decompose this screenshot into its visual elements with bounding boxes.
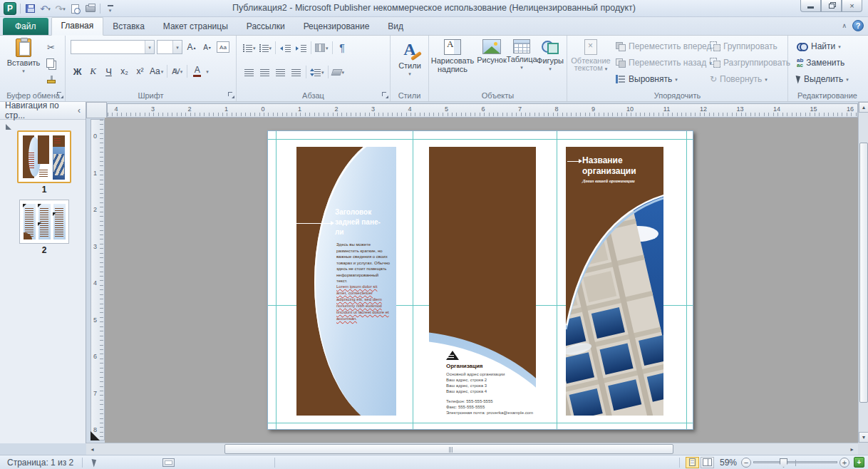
table-button[interactable]: Таблица ▾ [506, 39, 537, 70]
back-panel-body-text[interactable]: Здесь вы можете разместить краткие, но в… [336, 242, 391, 284]
tab-view[interactable]: Вид [378, 19, 413, 35]
columns-button[interactable]: ▾ [314, 41, 329, 55]
increase-indent-button[interactable] [294, 41, 308, 55]
scroll-right-button[interactable]: ▸ [847, 444, 857, 455]
replace-button[interactable]: abacЗаменить [797, 58, 844, 68]
cut-button[interactable]: ✂ [44, 40, 58, 54]
tab-page-design[interactable]: Макет страницы [154, 19, 237, 35]
organization-name[interactable]: Название организации [582, 155, 636, 177]
line-spacing-button[interactable]: ▾ [309, 65, 325, 79]
clipboard-dialog-launcher[interactable] [56, 91, 64, 99]
brochure-contact-panel[interactable]: Организация Основной адрес организации В… [429, 147, 536, 416]
change-case-button[interactable]: Aa▾ [149, 64, 164, 78]
tab-review[interactable]: Рецензирование [294, 19, 379, 35]
collapse-ribbon-icon[interactable]: ∧ [842, 22, 847, 29]
align-right-button[interactable] [274, 65, 287, 79]
vertical-ruler[interactable]: 012345678 [91, 119, 105, 440]
picture-button[interactable]: Рисунок [475, 39, 509, 64]
close-button[interactable]: × [842, 0, 862, 12]
tab-home[interactable]: Главная [51, 17, 104, 36]
address-line-3[interactable]: Ваш адрес, строка 3 [446, 383, 487, 389]
page-thumbnail-2[interactable] [19, 200, 69, 244]
clear-formatting-button[interactable]: Aa [216, 40, 230, 54]
brochure-back-panel[interactable]: Заголовок задней пане- ли Здесь вы может… [296, 147, 396, 416]
zoom-slider-thumb[interactable] [780, 458, 787, 468]
font-color-button[interactable]: A [190, 64, 204, 78]
shapes-button[interactable]: Фигуры ▾ [534, 39, 566, 71]
brochure-front-panel[interactable]: Название организации Девиз вашей организ… [566, 147, 663, 416]
font-name-combo[interactable]: ▾ [71, 40, 155, 54]
bold-button[interactable]: Ж [71, 64, 84, 78]
collapse-panel-icon[interactable]: ‹ [78, 105, 81, 115]
underline-button[interactable]: Ч [102, 64, 115, 78]
zoom-level[interactable]: 59% [720, 458, 737, 468]
page-indicator[interactable]: Страница: 1 из 2 [7, 458, 73, 468]
page-thumbnail-1[interactable] [17, 130, 71, 183]
superscript-button[interactable]: x² [133, 64, 147, 78]
page-2-label[interactable]: 2 [17, 245, 71, 255]
organization-heading[interactable]: Организация [446, 363, 482, 369]
address-line-1[interactable]: Основной адрес организации [446, 372, 505, 378]
find-button[interactable]: Найти▾ [797, 41, 841, 51]
send-backward-button[interactable]: Переместить назад▾ [616, 58, 712, 68]
font-size-combo[interactable]: ▾ [157, 40, 182, 54]
align-center-button[interactable] [258, 65, 272, 79]
styles-button[interactable]: A Стили ▾ [396, 38, 424, 76]
paste-button[interactable]: Вставить ▾ [5, 38, 42, 73]
borders-button[interactable]: ▾ [331, 65, 346, 79]
section-expander-icon[interactable] [6, 124, 11, 130]
vertical-scrollbar[interactable]: ▴ ▾ [858, 102, 868, 443]
back-panel-heading[interactable]: Заголовок задней пане- ли [335, 207, 393, 237]
tab-file[interactable]: Файл [3, 18, 48, 35]
help-button[interactable]: ? [852, 20, 864, 31]
zoom-out-button[interactable]: − [741, 458, 751, 468]
justify-button[interactable] [289, 65, 303, 79]
shrink-font-button[interactable]: A▾ [200, 40, 214, 54]
subscript-button[interactable]: x₂ [118, 64, 131, 78]
organization-slogan[interactable]: Девиз вашей организации [582, 178, 635, 183]
fit-page-button[interactable]: + [854, 457, 864, 468]
grow-font-button[interactable]: A▴ [185, 40, 198, 54]
address-line-2[interactable]: Ваш адрес, строка 2 [446, 378, 487, 383]
scroll-left-button[interactable]: ◂ [87, 444, 98, 455]
back-panel-lorem-text[interactable]: Lorem ipsum dolor sit amet, consectetuer… [336, 284, 389, 322]
scroll-down-button[interactable]: ▾ [859, 432, 868, 443]
fax-line[interactable]: Факс: 555-555-5555 [446, 405, 485, 411]
restore-button[interactable] [821, 0, 842, 12]
bring-forward-button[interactable]: Переместить вперед▾ [616, 41, 717, 51]
text-wrap-button[interactable]: Обтекание текстом ▾ [570, 39, 611, 72]
page-1-label[interactable]: 1 [17, 185, 71, 195]
show-formatting-marks-button[interactable]: ¶ [336, 41, 349, 55]
minimize-button[interactable] [800, 0, 821, 12]
email-line[interactable]: Электронная почта: proverka@example.com [446, 411, 533, 416]
zoom-in-button[interactable]: + [839, 458, 849, 468]
bullets-button[interactable]: ▾ [242, 41, 257, 55]
draw-textbox-button[interactable]: Нарисовать надпись [431, 39, 474, 73]
rotate-button[interactable]: ↻Повернуть▾ [710, 74, 768, 84]
italic-button[interactable]: К [86, 64, 100, 78]
paragraph-dialog-launcher[interactable] [381, 91, 389, 99]
numbering-button[interactable]: ▾ [259, 41, 273, 55]
horizontal-scrollbar-thumb[interactable] [224, 444, 673, 454]
font-dialog-launcher[interactable] [227, 91, 235, 99]
single-page-view-button[interactable] [686, 457, 699, 468]
copy-button[interactable] [44, 57, 58, 71]
select-button[interactable]: Выделить▾ [797, 74, 849, 84]
two-page-view-button[interactable] [701, 457, 714, 468]
vertical-scrollbar-thumb[interactable] [859, 143, 868, 403]
zoom-slider[interactable] [753, 461, 837, 463]
horizontal-scrollbar[interactable]: ◂ ▸ [86, 443, 858, 455]
ungroup-button[interactable]: Разгруппировать [710, 58, 790, 68]
tab-mailings[interactable]: Рассылки [237, 19, 294, 35]
align-left-button[interactable] [242, 65, 256, 79]
scroll-up-button[interactable]: ▴ [859, 102, 868, 113]
character-spacing-button[interactable]: AV▾ [170, 64, 184, 78]
horizontal-ruler[interactable]: 4321012345678910111213141516 [107, 103, 858, 118]
group-objects-button[interactable]: Группировать [710, 41, 777, 51]
publication-page[interactable]: Заголовок задней пане- ли Здесь вы может… [267, 130, 693, 430]
format-painter-button[interactable] [44, 74, 58, 88]
phone-line[interactable]: Телефон: 555-555-5555 [446, 399, 493, 405]
address-line-4[interactable]: Ваш адрес, строка 4 [446, 389, 487, 395]
align-objects-button[interactable]: Выровнять▾ [616, 74, 678, 84]
decrease-indent-button[interactable] [279, 41, 292, 55]
